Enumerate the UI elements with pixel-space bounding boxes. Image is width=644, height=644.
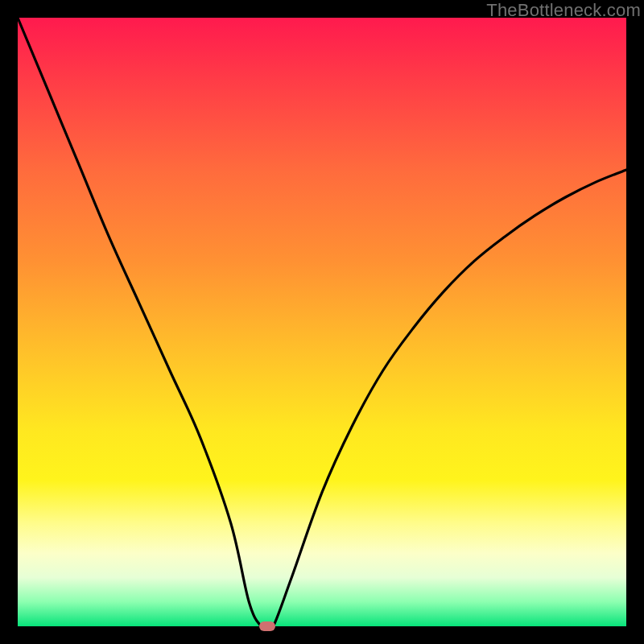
watermark-text: TheBottleneck.com <box>486 0 641 21</box>
bottleneck-curve <box>18 18 626 626</box>
chart-frame <box>18 18 626 626</box>
optimal-point-marker <box>259 621 275 631</box>
